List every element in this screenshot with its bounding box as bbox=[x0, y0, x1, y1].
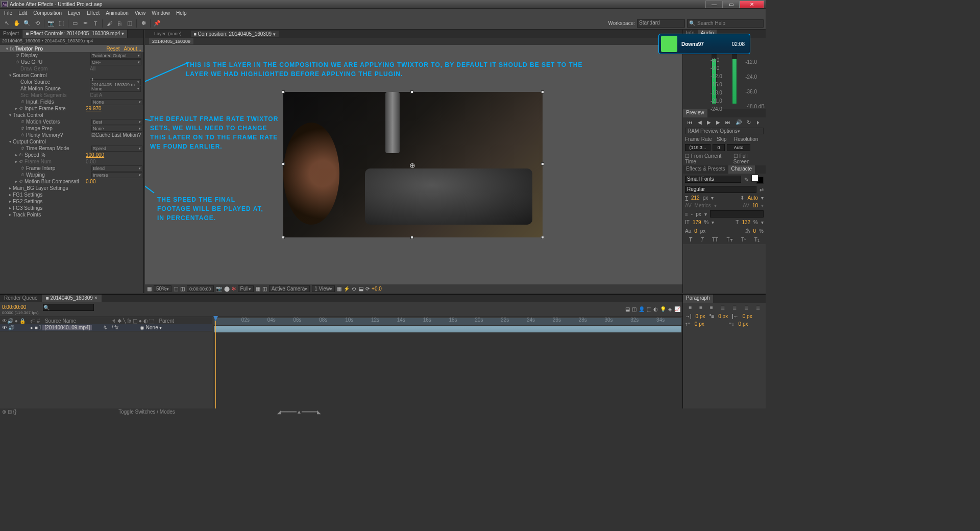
maximize-button[interactable]: ▭ bbox=[722, 1, 740, 8]
zoom-tool-icon[interactable]: 🔍 bbox=[22, 19, 32, 28]
prev-frame-icon[interactable]: ◀ bbox=[698, 119, 702, 125]
layer-row[interactable]: 👁 🔊 ▸ ■ 1 [20140040..09.mp4] ↯ / fx ◉ No… bbox=[0, 324, 212, 331]
comp-flowchart-icon[interactable]: ⬓ bbox=[625, 306, 630, 312]
rect-tool-icon[interactable]: ▭ bbox=[70, 19, 80, 28]
res-icon[interactable]: ⬚ bbox=[174, 286, 178, 292]
timeline-timecode[interactable]: 0:00:00:00 00000 (119.367 fps) bbox=[0, 302, 41, 317]
display-dropdown[interactable]: Twixtored Output bbox=[90, 53, 141, 59]
twirl-icon[interactable]: ▸ bbox=[15, 153, 17, 157]
frame-rate-input[interactable] bbox=[685, 144, 710, 151]
hscale-value[interactable]: 132 bbox=[742, 220, 750, 225]
smallcaps-button[interactable]: Tᴛ bbox=[727, 237, 733, 243]
effects-presets-tab[interactable]: Effects & Presets bbox=[683, 165, 728, 174]
frame-blend-icon[interactable]: ⬚ bbox=[647, 306, 651, 312]
grid-icon[interactable]: ▦ bbox=[147, 286, 152, 292]
handle-icon[interactable] bbox=[541, 90, 544, 93]
justify-all-icon[interactable]: ≣ bbox=[756, 305, 760, 310]
brainstorm-icon[interactable]: 💡 bbox=[660, 306, 666, 312]
close-button[interactable]: ✕ bbox=[740, 1, 764, 8]
twirl-icon[interactable]: ▸ bbox=[9, 192, 11, 197]
ram-preview-icon[interactable]: ⏵ bbox=[756, 119, 761, 125]
last-frame-icon[interactable]: ⏭ bbox=[725, 119, 730, 125]
loop-icon[interactable]: ↻ bbox=[747, 119, 751, 125]
mblur-value[interactable]: 0.00 bbox=[86, 179, 95, 184]
paragraph-tab[interactable]: Paragraph bbox=[683, 295, 713, 303]
plenty-mem-checkbox[interactable]: Cache Last Motion? bbox=[95, 132, 141, 138]
camera-dropdown[interactable]: Active Camera ▾ bbox=[269, 285, 310, 292]
selection-tool-icon[interactable]: ↖ bbox=[2, 19, 11, 28]
stopwatch-icon[interactable]: ⏱ bbox=[20, 100, 24, 104]
frame-interp-dropdown[interactable]: Blend bbox=[91, 165, 142, 172]
space-before-value[interactable]: 0 px bbox=[695, 321, 704, 327]
twirl-icon[interactable]: ▾ bbox=[9, 139, 11, 144]
character-tab[interactable]: Characte bbox=[728, 165, 755, 174]
full-screen-checkbox[interactable]: ☐ Full Screen bbox=[733, 153, 764, 164]
project-tab[interactable]: Project bbox=[0, 30, 22, 38]
graph-editor-icon[interactable]: 📈 bbox=[674, 306, 680, 312]
stopwatch-icon[interactable]: ⏱ bbox=[20, 173, 24, 177]
time-remap-dropdown[interactable]: Speed bbox=[91, 146, 142, 152]
alt-motion-dropdown[interactable]: None bbox=[90, 86, 141, 92]
play-icon[interactable]: ▶ bbox=[707, 119, 711, 125]
zoom-slider[interactable]: ◢━━━━━▲━━━━━◣ bbox=[277, 409, 321, 415]
handle-icon[interactable] bbox=[282, 162, 285, 165]
work-area[interactable] bbox=[214, 318, 681, 325]
layer-tab[interactable]: Layer: (none) bbox=[151, 31, 185, 37]
reset-link[interactable]: Reset bbox=[106, 46, 119, 52]
tracking-value[interactable]: 10 bbox=[752, 203, 758, 208]
brush-tool-icon[interactable]: 🖌 bbox=[105, 19, 114, 28]
puppet-tool-icon[interactable]: 📌 bbox=[153, 19, 162, 28]
menu-edit[interactable]: Edit bbox=[15, 10, 30, 16]
menu-file[interactable]: File bbox=[1, 10, 15, 16]
workspace-dropdown[interactable]: Standard bbox=[637, 19, 685, 28]
timeline-comp-tab[interactable]: ■ 20140405_160309 × bbox=[42, 295, 102, 302]
expand-icon[interactable]: ⊕ ⊟ {} bbox=[2, 409, 16, 415]
group-main-bg[interactable]: ▸Main_BG Layer Settings bbox=[0, 185, 143, 191]
resolution-input[interactable] bbox=[727, 144, 750, 151]
layer-bar[interactable] bbox=[214, 326, 681, 332]
eraser-tool-icon[interactable]: ◫ bbox=[125, 19, 134, 28]
layer-name[interactable]: [20140040..09.mp4] bbox=[42, 325, 92, 330]
group-track-points[interactable]: ▸Track Points bbox=[0, 211, 143, 218]
video-toggle-icon[interactable]: 👁 bbox=[2, 325, 7, 330]
hide-shy-icon[interactable]: 👤 bbox=[639, 306, 645, 312]
camera-tool-icon[interactable]: 📷 bbox=[46, 19, 56, 28]
twirl-icon[interactable]: ▸ bbox=[9, 206, 11, 210]
render-queue-tab[interactable]: Render Queue bbox=[0, 295, 42, 302]
leading-value[interactable]: Auto bbox=[747, 195, 758, 201]
handle-icon[interactable] bbox=[410, 90, 413, 93]
parent-dropdown[interactable]: None bbox=[146, 325, 158, 330]
font-size-value[interactable]: 212 bbox=[691, 195, 700, 201]
vscale-value[interactable]: 179 bbox=[693, 220, 701, 225]
search-help-input[interactable]: 🔍 Search Help bbox=[687, 19, 764, 28]
auto-keyframe-icon[interactable]: ◈ bbox=[668, 306, 672, 312]
fast-preview-icon[interactable]: ⚡ bbox=[344, 286, 350, 292]
subscript-button[interactable]: T₁ bbox=[754, 237, 760, 243]
parent-col[interactable]: Parent bbox=[159, 318, 174, 324]
minimize-button[interactable]: — bbox=[705, 1, 723, 8]
twirl-icon[interactable]: ▾ bbox=[6, 46, 8, 51]
input-fps-value[interactable]: 29.970 bbox=[86, 106, 102, 111]
font-dropdown[interactable]: Small Fonts bbox=[685, 176, 741, 183]
ram-preview-dropdown[interactable]: RAM Preview Options ▾ bbox=[685, 128, 764, 134]
tsume-value[interactable]: 0 bbox=[753, 228, 756, 234]
color-source-dropdown[interactable]: 1. 20140405_160309.m bbox=[90, 79, 141, 85]
twirl-icon[interactable]: ▸ bbox=[15, 106, 17, 111]
roto-tool-icon[interactable]: ✽ bbox=[139, 19, 148, 28]
eyedropper-icon[interactable]: ✎ bbox=[744, 177, 748, 182]
timeline-search-input[interactable] bbox=[43, 304, 94, 311]
viewer-canvas[interactable]: ⊕ This is the layer in the composition w… bbox=[145, 45, 682, 284]
timeline-right[interactable]: 02s04s06s08s10s12s14s16s18s20s22s24s26s2… bbox=[213, 317, 682, 408]
mute-icon[interactable]: 🔊 bbox=[736, 119, 742, 125]
flowchart-icon[interactable]: ⬓ bbox=[359, 286, 363, 292]
stopwatch-icon[interactable]: ⏱ bbox=[15, 53, 19, 58]
image-prep-dropdown[interactable]: None bbox=[91, 126, 142, 132]
align-left-icon[interactable]: ≡ bbox=[689, 305, 692, 310]
channel-icon[interactable]: ⬤ bbox=[224, 286, 230, 292]
color-swatch[interactable] bbox=[751, 175, 764, 184]
timecode-display[interactable]: 0:00:00:00 bbox=[187, 285, 214, 292]
exposure-reset-icon[interactable]: ⟳ bbox=[365, 286, 370, 292]
views-dropdown[interactable]: 1 View ▾ bbox=[312, 285, 335, 292]
input-fields-dropdown[interactable]: None bbox=[91, 99, 142, 105]
stopwatch-icon[interactable]: ⏱ bbox=[19, 106, 23, 111]
